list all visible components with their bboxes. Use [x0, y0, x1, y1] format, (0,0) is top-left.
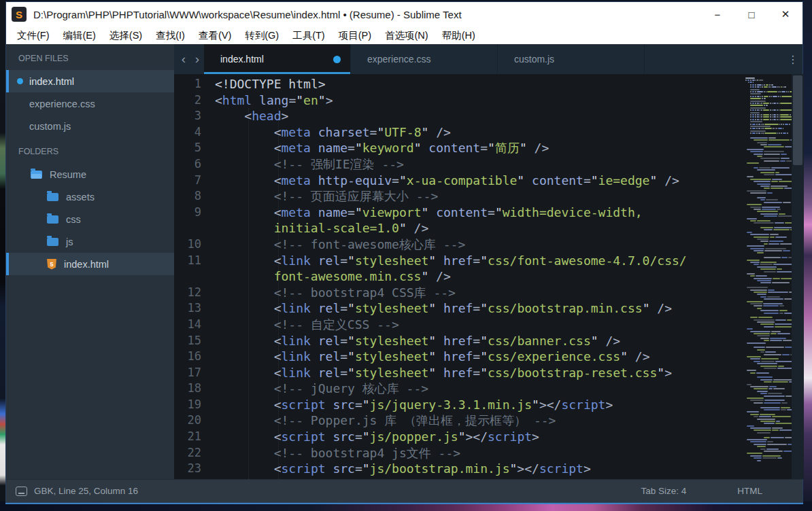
code-line[interactable]: 10<!-- font-awesome核心库 -->	[174, 236, 744, 253]
minimap-bar	[779, 313, 784, 314]
minimize-button[interactable]: −	[700, 2, 734, 27]
tab-overflow-menu-icon[interactable]: ⋮	[783, 44, 802, 74]
code-line[interactable]: 4<meta charset="UTF-8" />	[174, 124, 744, 141]
code-text: <link rel="stylesheet" href="css/experie…	[215, 349, 649, 365]
desktop-left-strip	[0, 0, 5, 511]
tab-scroll-left-icon[interactable]: ‹	[177, 44, 190, 74]
minimap-bar	[755, 109, 756, 111]
open-file-experience.css[interactable]: experience.css	[6, 92, 174, 115]
tree-item-css[interactable]: css	[6, 208, 174, 230]
tab-size-indicator[interactable]: Tab Size: 4	[641, 486, 686, 496]
minimap-bar	[778, 366, 784, 367]
code-text: <!-- bootstrap4 js文件 -->	[215, 445, 460, 461]
code-line[interactable]: 7<meta http-equiv="x-ua-compatible" cont…	[174, 173, 744, 189]
input-mode-icon[interactable]	[16, 487, 27, 496]
minimap-bar	[777, 457, 782, 459]
code-line[interactable]: font-awesome.min.css" />	[174, 268, 744, 285]
tree-item-js[interactable]: js	[6, 230, 174, 253]
minimap-bar	[757, 308, 762, 309]
minimap-bar	[762, 84, 764, 86]
minimap-bar	[750, 109, 751, 111]
code-line[interactable]: 21<script src="js/popper.js"></script>	[174, 429, 744, 445]
minimap-bar	[762, 457, 777, 459]
line-number: 1	[174, 76, 204, 92]
code-line[interactable]: 5<meta name="keyword" content="简历" />	[174, 140, 744, 156]
code-line[interactable]: 1<!DOCTYPE html>	[174, 76, 744, 92]
minimap-bar	[768, 388, 773, 389]
menu-item-1[interactable]: 编辑(E)	[56, 28, 103, 43]
minimap-bar	[771, 331, 781, 332]
open-file-custom.js[interactable]: custom.js	[6, 115, 174, 137]
code-line[interactable]: 13<link rel="stylesheet" href="css/boots…	[174, 300, 744, 317]
tree-item-index.html[interactable]: 5index.html	[6, 253, 174, 275]
minimap-bar	[760, 241, 768, 242]
code-line[interactable]: 14<!-- 自定义CSS -->	[174, 317, 744, 333]
code-line[interactable]: 20<!-- Popper.js 库 （弹出框，提示框等） -->	[174, 412, 744, 429]
minimap-bar	[760, 227, 773, 228]
code-line[interactable]: 22<!-- bootstrap4 js文件 -->	[174, 445, 744, 461]
menu-item-0[interactable]: 文件(F)	[10, 28, 56, 43]
minimap[interactable]	[744, 74, 792, 479]
menu-item-5[interactable]: 转到(G)	[238, 28, 286, 43]
code-line[interactable]: 3<head>	[174, 108, 744, 124]
menu-item-6[interactable]: 工具(T)	[286, 28, 332, 43]
encoding-cursor-position[interactable]: GBK, Line 25, Column 16	[34, 486, 138, 496]
menu-item-9[interactable]: 帮助(H)	[435, 28, 482, 43]
tab-experience.css[interactable]: experience.css	[351, 44, 498, 74]
minimap-bar	[782, 354, 790, 355]
tab-custom.js[interactable]: custom.js	[498, 44, 645, 74]
maximize-button[interactable]: □	[734, 2, 768, 27]
minimap-bar	[760, 119, 761, 120]
tree-item-Resume[interactable]: Resume	[6, 163, 174, 186]
menu-item-8[interactable]: 首选项(N)	[378, 28, 435, 43]
code-line[interactable]: 12<!-- bootstrap4 CSS库 -->	[174, 285, 744, 301]
code-line[interactable]: 2<html lang="en">	[174, 92, 744, 109]
minimap-bar	[780, 116, 792, 118]
code-line[interactable]: 23<script src="js/bootstrap.min.js"></sc…	[174, 461, 744, 477]
minimap-bar	[777, 109, 778, 111]
minimap-bar	[763, 114, 770, 116]
code-line[interactable]: 15<link rel="stylesheet" href="css/banne…	[174, 333, 744, 349]
menu-item-3[interactable]: 查找(I)	[149, 28, 192, 43]
menu-item-7[interactable]: 项目(P)	[332, 28, 378, 43]
code-line[interactable]: 6<!-- 强制IE渲染 -->	[174, 156, 744, 173]
minimap-bar	[754, 429, 771, 431]
code-line[interactable]: 19<script src="js/jquery-3.3.1.min.js"><…	[174, 397, 744, 413]
open-file-index.html[interactable]: index.html	[6, 70, 174, 92]
minimap-bar	[764, 154, 780, 155]
minimap-bar	[759, 167, 771, 169]
minimap-bar	[771, 84, 773, 86]
minimap-bar	[783, 124, 784, 125]
minimap-bar	[773, 109, 776, 111]
minimap-bar	[760, 96, 762, 97]
vertical-scrollbar[interactable]	[792, 74, 804, 479]
code-line[interactable]: 11<link rel="stylesheet" href="css/font-…	[174, 253, 744, 269]
code-line[interactable]: 18<!-- jQuery 核心库 -->	[174, 381, 744, 397]
tab-index.html[interactable]: index.html	[204, 44, 351, 74]
minimap-bar	[757, 103, 759, 104]
minimap-bar	[781, 133, 782, 134]
code-line[interactable]: 16<link rel="stylesheet" href="css/exper…	[174, 349, 744, 365]
code-line[interactable]: 9<meta name="viewport" content="width=de…	[174, 205, 744, 221]
line-number: 18	[174, 381, 204, 397]
menu-item-2[interactable]: 选择(S)	[103, 28, 149, 43]
code-editor[interactable]: 1<!DOCTYPE html>2<html lang="en">3<head>…	[174, 74, 744, 479]
minimap-bar	[763, 305, 779, 306]
minimap-bar	[780, 119, 792, 120]
minimap-bar	[756, 275, 767, 277]
status-right: Tab Size: 4 HTML	[641, 486, 793, 496]
minimap-bar	[760, 421, 775, 422]
line-number: 23	[174, 461, 204, 477]
tree-item-assets[interactable]: assets	[6, 186, 174, 208]
minimap-bar	[750, 455, 762, 457]
scrollbar-thumb[interactable]	[793, 75, 802, 165]
minimap-bar	[750, 234, 769, 235]
tab-scroll-right-icon[interactable]: ›	[190, 44, 204, 74]
minimap-bar	[758, 133, 760, 134]
code-line[interactable]: 17<link rel="stylesheet" href="css/boots…	[174, 365, 744, 381]
syntax-indicator[interactable]: HTML	[737, 486, 762, 496]
menu-item-4[interactable]: 查看(V)	[192, 28, 238, 43]
close-button[interactable]: ✕	[768, 2, 802, 27]
code-line[interactable]: 8<!-- 页面适应屏幕大小 -->	[174, 188, 744, 205]
code-line[interactable]: initial-scale=1.0" />	[174, 220, 744, 236]
